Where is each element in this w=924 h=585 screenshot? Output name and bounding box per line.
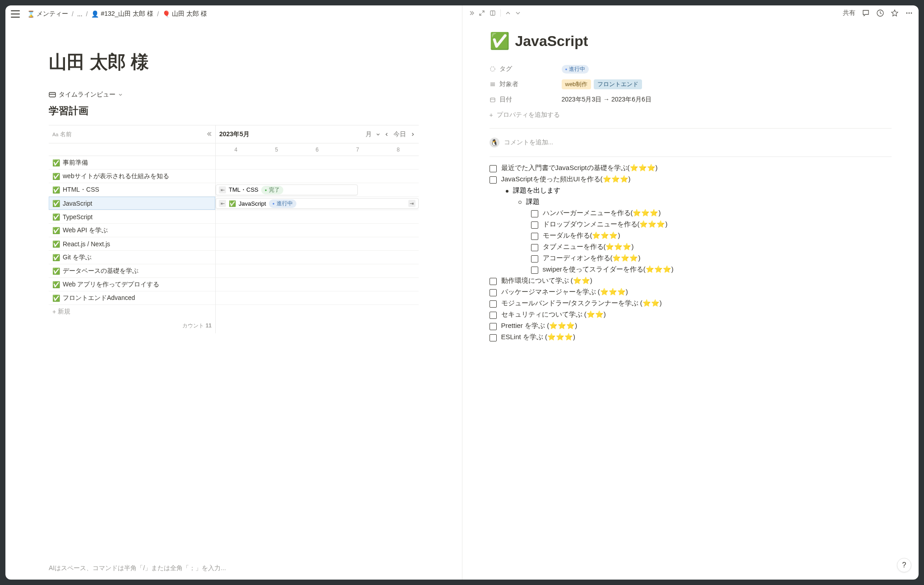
- tl-row-selected[interactable]: ✅JavaScript: [49, 197, 215, 210]
- peek-mode-icon[interactable]: [490, 10, 496, 16]
- updates-icon[interactable]: [876, 9, 884, 17]
- tl-row[interactable]: ✅webサイトが表示される仕組みを知る: [49, 170, 215, 183]
- checkbox-icon[interactable]: [490, 300, 497, 308]
- timeline-bar-javascript[interactable]: ⇤ ✅ JavaScript 進行中 ⇥: [216, 198, 419, 209]
- view-label: タイムラインビュー: [59, 91, 116, 99]
- svg-rect-0: [49, 92, 55, 97]
- target-pill[interactable]: フロントエンド: [594, 79, 642, 89]
- chevron-down-icon: [118, 92, 123, 97]
- bullet-item[interactable]: 課題: [490, 196, 892, 207]
- breadcrumb-current[interactable]: 🎈 山田 太郎 様: [161, 9, 209, 19]
- open-as-page-icon[interactable]: [479, 10, 485, 16]
- todo-item[interactable]: パッケージマネージャーを学ぶ (⭐⭐⭐): [490, 286, 892, 298]
- collapse-left-icon[interactable]: [207, 131, 213, 137]
- ai-hint[interactable]: AIはスペース、コマンドは半角「/」または全角「；」を入力...: [49, 557, 419, 580]
- help-button[interactable]: ?: [897, 558, 911, 572]
- todo-text: 動作環境について学ぶ (⭐⭐): [501, 276, 592, 285]
- prop-date[interactable]: 日付 2023年5月3日 → 2023年6月6日: [490, 92, 892, 107]
- view-switch[interactable]: タイムラインビュー: [49, 91, 419, 99]
- checkbox-icon[interactable]: [490, 278, 497, 285]
- checkbox-icon[interactable]: [531, 233, 538, 240]
- todo-item[interactable]: swiperを使ってスライダーを作る(⭐⭐⭐): [490, 264, 892, 275]
- bar-label: JavaScript: [239, 200, 266, 207]
- todo-item[interactable]: 動作環境について学ぶ (⭐⭐): [490, 275, 892, 286]
- tl-row[interactable]: ✅Web API を学ぶ: [49, 224, 215, 237]
- todo-item[interactable]: アコーディオンを作る(⭐⭐⭐): [490, 253, 892, 264]
- tl-row[interactable]: ✅Git を学ぶ: [49, 251, 215, 264]
- todo-text: セキュリティについて学ぶ (⭐⭐): [501, 310, 606, 319]
- expand-right-icon[interactable]: [468, 10, 474, 16]
- row-label: Git を学ぶ: [63, 253, 92, 262]
- tl-row[interactable]: ✅データベースの基礎を学ぶ: [49, 264, 215, 278]
- checkbox-icon[interactable]: [490, 334, 497, 341]
- checkbox-icon[interactable]: [490, 312, 497, 319]
- favorite-icon[interactable]: [891, 9, 899, 17]
- tl-row[interactable]: ✅React.js / Next.js: [49, 237, 215, 251]
- checkbox-icon[interactable]: [531, 244, 538, 251]
- comments-icon[interactable]: [862, 9, 870, 17]
- tl-row[interactable]: ✅Web アプリを作ってデプロイする: [49, 278, 215, 291]
- todo-item[interactable]: モジュールバンドラー/タスクランナーを学ぶ (⭐⭐): [490, 298, 892, 309]
- todo-text: swiperを使ってスライダーを作る(⭐⭐⭐): [543, 265, 674, 274]
- prop-tags[interactable]: タグ 進行中: [490, 61, 892, 77]
- prop-target[interactable]: 対象者 web制作 フロントエンド: [490, 77, 892, 92]
- open-right-icon[interactable]: ⇥: [408, 200, 416, 207]
- month-label[interactable]: 2023年5月: [219, 130, 249, 138]
- tl-row[interactable]: ✅HTML・CSS: [49, 183, 215, 197]
- checkbox-icon[interactable]: [531, 221, 538, 229]
- add-property[interactable]: +プロパティを追加する: [490, 107, 892, 123]
- name-column-header[interactable]: Aa 名前: [49, 125, 215, 143]
- avatar-icon: 🐧: [490, 138, 499, 147]
- todo-item[interactable]: ドロップダウンメニューを作る(⭐⭐⭐): [490, 219, 892, 230]
- next-record-icon[interactable]: [515, 10, 521, 16]
- today-button[interactable]: 今日: [393, 130, 406, 138]
- tl-row[interactable]: ✅事前準備: [49, 156, 215, 170]
- prev-record-icon[interactable]: [505, 10, 511, 16]
- separator: [500, 9, 501, 17]
- checkbox-icon[interactable]: [531, 267, 538, 274]
- todo-item[interactable]: セキュリティについて学ぶ (⭐⭐): [490, 309, 892, 320]
- timeline-bar-htmlcss[interactable]: ⇤ TML・CSS 完了: [216, 184, 358, 195]
- menu-icon[interactable]: [11, 10, 20, 18]
- todo-item[interactable]: JavaScriptを使った頻出UIを作る(⭐⭐⭐): [490, 174, 892, 185]
- breadcrumb-ellipsis[interactable]: ...: [75, 9, 84, 18]
- checkbox-icon[interactable]: [490, 165, 497, 172]
- todo-item[interactable]: 最近でた入門書でJavaScriptの基礎を学ぶ(⭐⭐⭐): [490, 162, 892, 174]
- todo-item[interactable]: ESLint を学ぶ (⭐⭐⭐): [490, 332, 892, 343]
- bullet-item[interactable]: 課題を出します: [490, 185, 892, 196]
- checkbox-icon[interactable]: [531, 255, 538, 263]
- check-emoji-icon[interactable]: ✅: [490, 32, 510, 51]
- checkbox-icon[interactable]: [531, 210, 538, 217]
- more-icon[interactable]: [905, 9, 913, 17]
- todo-text: JavaScriptを使った頻出UIを作る(⭐⭐⭐): [501, 175, 631, 184]
- month-unit[interactable]: 月: [365, 130, 372, 138]
- add-comment[interactable]: 🐧 コメントを追加...: [490, 134, 892, 151]
- checkbox-icon[interactable]: [490, 289, 497, 296]
- breadcrumb-mentee[interactable]: 👤 #132_山田 太郎 様: [89, 9, 155, 19]
- target-pill[interactable]: web制作: [562, 79, 591, 89]
- db-title[interactable]: 学習計画: [49, 104, 419, 118]
- todo-item[interactable]: ハンバーガーメニューを作る(⭐⭐⭐): [490, 207, 892, 219]
- tl-row[interactable]: ✅フロントエンドAdvanced: [49, 291, 215, 305]
- share-button[interactable]: 共有: [843, 9, 855, 17]
- page-title[interactable]: 山田 太郎 様: [49, 50, 419, 74]
- breadcrumb-root[interactable]: ⌛ メンティー: [25, 9, 70, 19]
- day: 7: [337, 147, 378, 153]
- tag-prop-icon: [490, 66, 496, 72]
- open-left-icon[interactable]: ⇤: [219, 200, 226, 207]
- name-header-label: 名前: [60, 130, 72, 138]
- date-value[interactable]: 2023年5月3日 → 2023年6月6日: [562, 96, 651, 104]
- todo-item[interactable]: モーダルを作る(⭐⭐⭐): [490, 230, 892, 241]
- new-row[interactable]: +新規: [49, 305, 215, 318]
- todo-item[interactable]: タブメニューを作る(⭐⭐⭐): [490, 241, 892, 253]
- tag-value[interactable]: 進行中: [562, 65, 589, 74]
- next-icon[interactable]: [411, 132, 415, 137]
- tl-row[interactable]: ✅TypeScript: [49, 210, 215, 224]
- detail-title[interactable]: ✅ JavaScript: [490, 32, 892, 51]
- todo-item[interactable]: Prettier を学ぶ (⭐⭐⭐): [490, 320, 892, 332]
- checkbox-icon[interactable]: [490, 176, 497, 184]
- prev-icon[interactable]: [384, 132, 389, 137]
- checkbox-icon[interactable]: [490, 323, 497, 330]
- open-left-icon[interactable]: ⇤: [219, 186, 226, 193]
- svg-point-6: [909, 13, 910, 14]
